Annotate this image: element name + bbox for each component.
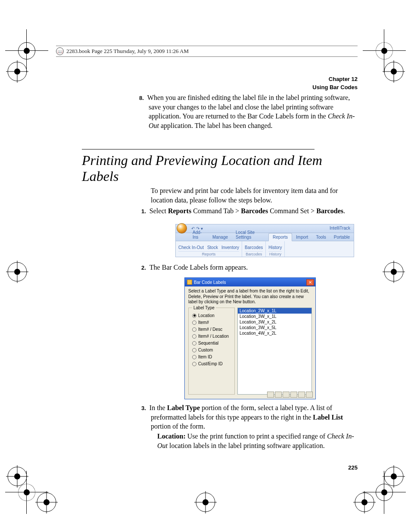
dialog-instruction: Select a Label Type and a label from the… bbox=[185, 286, 315, 308]
step-number: 8. bbox=[139, 95, 144, 101]
dialog-toolbar bbox=[267, 392, 313, 398]
step-2: 2.The Bar Code Labels form appears. bbox=[151, 263, 358, 272]
list-item[interactable]: Location_4W_x_2L bbox=[238, 330, 311, 336]
step-8: 8.When you are finished editing the labe… bbox=[149, 93, 358, 130]
step-text: When you are finished editing the label … bbox=[147, 94, 350, 120]
step-3: 3.In the Label Type portion of the form,… bbox=[151, 403, 358, 431]
ribbon-tab-row: Add-Ins Manage Local Site Settings Repor… bbox=[176, 233, 354, 241]
intro-text: To preview and print bar code labels for… bbox=[151, 186, 358, 205]
btn-check-in-out[interactable]: Check In-Out bbox=[178, 245, 204, 250]
radio-cust-emp-id[interactable]: Cust/Emp ID bbox=[192, 361, 231, 367]
tab-portable[interactable]: Portable bbox=[330, 233, 354, 241]
radio-item-desc[interactable]: Item# / Desc bbox=[192, 327, 231, 333]
step-text: application. The label has been changed. bbox=[159, 122, 273, 129]
header-rule bbox=[56, 56, 358, 57]
btn-history[interactable]: History bbox=[268, 245, 282, 250]
toolbar-button[interactable] bbox=[275, 392, 282, 398]
toolbar-button[interactable] bbox=[283, 392, 290, 398]
ribbon-group-history: History History bbox=[266, 241, 285, 257]
list-item[interactable]: Location_3W_x_5L bbox=[238, 325, 311, 330]
list-item[interactable]: Location_3W_x_2L bbox=[238, 319, 311, 325]
group-name: History bbox=[268, 251, 282, 256]
crop-mark bbox=[376, 42, 393, 59]
tab-manage[interactable]: Manage bbox=[209, 233, 232, 241]
ribbon-group-barcodes: Barcodes Barcodes bbox=[242, 241, 266, 257]
tab-import[interactable]: Import bbox=[292, 233, 312, 241]
intro-paragraph: To preview and print bar code labels for… bbox=[151, 186, 358, 205]
registration-mark bbox=[383, 261, 405, 283]
step-number: 2. bbox=[141, 264, 146, 271]
radio-icon bbox=[192, 341, 196, 345]
btn-stock[interactable]: Stock bbox=[207, 245, 218, 250]
radio-location[interactable]: Location bbox=[192, 313, 231, 319]
app-brand: IntelliTrack bbox=[330, 224, 354, 233]
chapter-label: Chapter 12 bbox=[312, 75, 358, 84]
step-number: 3. bbox=[141, 405, 146, 411]
tab-local-site-settings[interactable]: Local Site Settings bbox=[232, 229, 268, 241]
location-paragraph: Location: Use the print function to prin… bbox=[157, 432, 358, 450]
page-number: 225 bbox=[348, 464, 358, 471]
radio-icon bbox=[192, 314, 196, 318]
header-text: 2283.book Page 225 Thursday, July 9, 200… bbox=[66, 48, 189, 55]
list-item[interactable]: Location_3W_x_1L bbox=[238, 314, 311, 319]
office-orb-icon bbox=[177, 223, 187, 233]
label-list[interactable]: Location_2W_x_1L Location_3W_x_1L Locati… bbox=[237, 308, 312, 395]
toolbar-button[interactable] bbox=[298, 392, 305, 398]
toolbar-button[interactable] bbox=[290, 392, 297, 398]
registration-mark bbox=[383, 465, 405, 488]
radio-sequential[interactable]: Sequential bbox=[192, 340, 231, 346]
registration-mark bbox=[35, 491, 58, 513]
chapter-title: Using Bar Codes bbox=[312, 84, 358, 92]
step-number: 1. bbox=[141, 208, 146, 215]
step-1: 1.Select Reports Command Tab > Barcodes … bbox=[151, 206, 358, 216]
ribbon-group-reports: Check In-Out Stock Inventory Reports bbox=[176, 241, 242, 257]
group-name: Reports bbox=[178, 251, 239, 256]
tab-add-ins[interactable]: Add-Ins bbox=[189, 229, 209, 241]
chapter-heading: Chapter 12 Using Bar Codes bbox=[312, 75, 358, 92]
crop-mark bbox=[18, 42, 35, 59]
label-type-fieldset: Label Type Location Item# Item# / Desc I… bbox=[188, 308, 235, 395]
btn-barcodes[interactable]: Barcodes bbox=[245, 245, 263, 250]
book-icon: 📖 bbox=[56, 47, 64, 55]
registration-mark bbox=[383, 60, 405, 83]
registration-mark bbox=[194, 491, 217, 513]
radio-icon bbox=[192, 320, 196, 325]
registration-mark bbox=[6, 261, 28, 283]
btn-inventory[interactable]: Inventory bbox=[221, 245, 239, 250]
radio-icon bbox=[192, 362, 196, 366]
bar-code-labels-dialog: Bar Code Labels ✕ Select a Label Type an… bbox=[184, 277, 316, 399]
ribbon-screenshot: ↶ ↷ ▾ IntelliTrack Add-Ins Manage Local … bbox=[175, 224, 354, 257]
radio-icon bbox=[192, 355, 196, 359]
step-text: The Bar Code Labels form appears. bbox=[149, 264, 248, 271]
radio-custom[interactable]: Custom bbox=[192, 347, 231, 353]
section-title: Printing and Previewing Location and Ite… bbox=[82, 152, 358, 184]
radio-icon bbox=[192, 348, 196, 352]
dialog-title: Bar Code Labels bbox=[194, 280, 226, 285]
registration-mark bbox=[6, 465, 28, 488]
radio-icon bbox=[192, 334, 196, 339]
tab-tools[interactable]: Tools bbox=[312, 233, 330, 241]
radio-icon bbox=[192, 327, 196, 332]
list-item[interactable]: Location_2W_x_1L bbox=[238, 308, 311, 314]
radio-item-number[interactable]: Item# bbox=[192, 320, 231, 326]
toolbar-button[interactable] bbox=[267, 392, 274, 398]
registration-mark bbox=[353, 491, 376, 513]
header-rule bbox=[56, 46, 358, 46]
registration-mark bbox=[6, 60, 28, 83]
running-header: 📖 2283.book Page 225 Thursday, July 9, 2… bbox=[56, 47, 189, 55]
group-name: Barcodes bbox=[245, 251, 263, 256]
tab-reports[interactable]: Reports bbox=[268, 233, 292, 241]
fieldset-legend: Label Type bbox=[192, 305, 216, 310]
section-rule bbox=[82, 149, 314, 149]
dialog-icon bbox=[187, 280, 192, 285]
radio-item-location[interactable]: Item# / Location bbox=[192, 333, 231, 339]
toolbar-button[interactable] bbox=[306, 392, 313, 398]
close-button[interactable]: ✕ bbox=[306, 279, 314, 286]
radio-item-id[interactable]: Item ID bbox=[192, 354, 231, 360]
